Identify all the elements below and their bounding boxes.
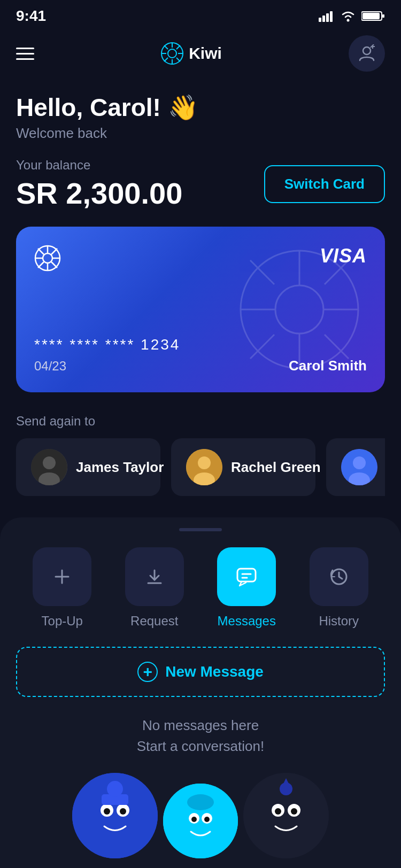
panel-handle [179,528,222,531]
send-again-section: Send again to James Taylor Rac [0,408,401,512]
card-expiry: 04/23 [34,359,66,374]
balance-section: Your balance SR 2,300.00 Switch Card [0,158,401,227]
new-message-label: New Message [165,663,264,680]
card-section: VISA **** **** **** 1234 04/23 Carol Smi… [0,227,401,408]
svg-line-16 [176,45,180,49]
svg-line-38 [38,249,44,254]
history-label: History [319,614,359,629]
svg-rect-0 [319,18,321,22]
plus-circle-icon: + [137,662,158,682]
svg-point-63 [107,781,123,797]
svg-rect-7 [382,14,384,18]
profile-icon [358,44,376,63]
svg-line-14 [164,45,168,49]
svg-point-76 [280,782,292,795]
svg-rect-2 [326,13,329,22]
welcome-subtitle: Welcome back [16,125,385,142]
wifi-icon [340,10,356,22]
mascot-center [163,784,238,858]
svg-point-9 [168,49,176,58]
new-message-button[interactable]: + New Message [16,647,385,697]
svg-point-61 [120,808,126,815]
empty-state: No messages here Start a conversation! [16,715,385,757]
svg-point-67 [191,817,197,822]
contact-avatar-james [31,449,67,485]
status-time: 9:41 [16,7,46,25]
svg-point-69 [187,794,214,810]
svg-rect-1 [322,15,325,22]
card-kiwi-icon [34,245,61,272]
request-label: Request [130,614,178,629]
header: Kiwi [0,30,401,82]
messages-icon-wrap [217,547,276,606]
action-buttons: Top-Up Request Me [16,547,385,629]
svg-point-43 [43,456,56,469]
contact-avatar-rachel [186,449,222,485]
svg-point-4 [347,19,350,22]
mascot-left [72,773,158,858]
messages-icon [235,565,258,588]
balance-info: Your balance SR 2,300.00 [16,158,182,211]
svg-line-17 [164,58,168,61]
svg-point-60 [104,808,110,815]
request-icon [144,566,165,587]
topup-icon-wrap [33,547,91,606]
svg-line-40 [51,249,57,254]
contacts-list: James Taylor Rachel Green Al [16,438,385,496]
svg-line-15 [176,58,180,61]
status-bar: 9:41 [0,0,401,30]
send-again-label: Send again to [16,414,385,429]
svg-line-41 [38,262,44,268]
svg-point-73 [275,808,281,815]
kiwi-logo-icon [161,42,183,65]
contact-name-rachel: Rachel Green [231,459,321,476]
history-icon-wrap [310,547,368,606]
contact-name-james: James Taylor [76,459,164,476]
signal-icon [319,10,335,22]
svg-point-46 [198,456,211,469]
svg-point-49 [353,456,366,469]
svg-point-33 [43,253,52,263]
battery-icon [361,10,385,22]
empty-line1: No messages here Start a conversation! [16,715,385,757]
contact-third[interactable]: Al... [326,438,385,496]
svg-rect-3 [330,11,333,22]
mascots-section [16,773,385,868]
credit-card: VISA **** **** **** 1234 04/23 Carol Smi… [16,227,385,392]
request-button[interactable]: Request [125,547,184,629]
svg-point-18 [363,47,371,55]
topup-icon [51,566,73,587]
request-icon-wrap [125,547,184,606]
svg-rect-6 [363,13,380,19]
welcome-title: Hello, Carol! 👋 [16,93,385,122]
svg-line-39 [51,262,57,268]
mascot-right [243,773,329,858]
balance-label: Your balance [16,158,182,173]
card-bg-watermark [235,245,364,374]
svg-point-68 [204,817,210,822]
svg-point-74 [291,808,297,815]
history-icon [328,566,350,587]
balance-amount: SR 2,300.00 [16,176,182,211]
welcome-section: Hello, Carol! 👋 Welcome back [0,82,401,158]
messages-label: Messages [218,614,276,629]
contact-james[interactable]: James Taylor [16,438,160,496]
history-button[interactable]: History [310,547,368,629]
logo: Kiwi [161,42,222,65]
profile-button[interactable] [349,35,385,72]
svg-rect-53 [237,569,256,582]
switch-card-button[interactable]: Switch Card [264,165,385,203]
menu-button[interactable] [16,48,34,60]
logo-text: Kiwi [189,44,222,63]
contact-rachel[interactable]: Rachel Green [171,438,315,496]
messages-button[interactable]: Messages [217,547,276,629]
svg-point-23 [275,285,323,334]
status-icons [319,10,385,22]
topup-label: Top-Up [42,614,83,629]
topup-button[interactable]: Top-Up [33,547,91,629]
bottom-panel: Top-Up Request Me [0,517,401,868]
contact-avatar-third [341,449,377,485]
